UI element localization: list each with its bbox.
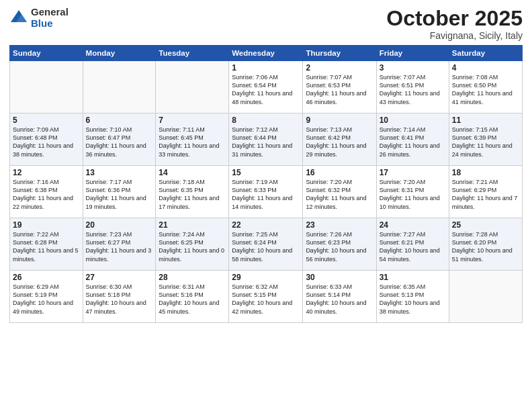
day-number: 1: [232, 63, 300, 73]
col-monday: Monday: [83, 46, 156, 61]
day-number: 2: [306, 63, 373, 73]
day-number: 14: [159, 168, 226, 177]
day-number: 26: [13, 273, 80, 282]
calendar-cell: 15Sunrise: 7:19 AM Sunset: 6:33 PM Dayli…: [229, 166, 303, 218]
day-info: Sunrise: 7:17 AM Sunset: 6:36 PM Dayligh…: [86, 178, 153, 211]
calendar-cell: 25Sunrise: 7:28 AM Sunset: 6:20 PM Dayli…: [449, 218, 522, 271]
day-info: Sunrise: 7:27 AM Sunset: 6:21 PM Dayligh…: [380, 230, 446, 263]
day-number: 11: [452, 116, 519, 125]
day-number: 6: [86, 116, 153, 125]
day-info: Sunrise: 7:07 AM Sunset: 6:53 PM Dayligh…: [306, 73, 373, 106]
col-friday: Friday: [376, 46, 449, 61]
day-info: Sunrise: 7:23 AM Sunset: 6:27 PM Dayligh…: [86, 230, 153, 263]
day-number: 12: [13, 168, 80, 177]
day-number: 19: [13, 220, 80, 230]
calendar-cell: 4Sunrise: 7:08 AM Sunset: 6:50 PM Daylig…: [449, 61, 522, 113]
day-info: Sunrise: 7:19 AM Sunset: 6:33 PM Dayligh…: [232, 178, 300, 211]
header: General Blue October 2025 Favignana, Sic…: [9, 7, 523, 41]
month-title: October 2025: [386, 7, 523, 30]
calendar-header-row: Sunday Monday Tuesday Wednesday Thursday…: [10, 46, 523, 61]
day-info: Sunrise: 7:28 AM Sunset: 6:20 PM Dayligh…: [452, 230, 519, 263]
day-info: Sunrise: 7:10 AM Sunset: 6:47 PM Dayligh…: [86, 126, 153, 158]
calendar-cell: 2Sunrise: 7:07 AM Sunset: 6:53 PM Daylig…: [303, 61, 376, 113]
col-saturday: Saturday: [449, 46, 522, 61]
calendar-week-row: 5Sunrise: 7:09 AM Sunset: 6:48 PM Daylig…: [10, 113, 523, 166]
calendar-cell: 24Sunrise: 7:27 AM Sunset: 6:21 PM Dayli…: [376, 218, 449, 271]
page: General Blue October 2025 Favignana, Sic…: [0, 0, 532, 411]
day-info: Sunrise: 6:30 AM Sunset: 5:18 PM Dayligh…: [86, 283, 153, 316]
calendar-cell: 1Sunrise: 7:06 AM Sunset: 6:54 PM Daylig…: [229, 61, 303, 113]
calendar-cell: 12Sunrise: 7:16 AM Sunset: 6:38 PM Dayli…: [10, 166, 83, 218]
calendar-cell: 7Sunrise: 7:11 AM Sunset: 6:45 PM Daylig…: [156, 113, 229, 166]
day-info: Sunrise: 7:20 AM Sunset: 6:32 PM Dayligh…: [306, 178, 373, 211]
calendar-cell: 9Sunrise: 7:13 AM Sunset: 6:42 PM Daylig…: [303, 113, 376, 166]
calendar-cell: 19Sunrise: 7:22 AM Sunset: 6:28 PM Dayli…: [10, 218, 83, 271]
calendar-cell: 5Sunrise: 7:09 AM Sunset: 6:48 PM Daylig…: [10, 113, 83, 166]
day-info: Sunrise: 6:31 AM Sunset: 5:16 PM Dayligh…: [159, 283, 226, 316]
day-info: Sunrise: 7:07 AM Sunset: 6:51 PM Dayligh…: [380, 73, 446, 106]
day-number: 18: [452, 168, 519, 177]
day-info: Sunrise: 6:32 AM Sunset: 5:15 PM Dayligh…: [232, 283, 300, 316]
day-info: Sunrise: 7:20 AM Sunset: 6:31 PM Dayligh…: [380, 178, 446, 211]
day-info: Sunrise: 7:14 AM Sunset: 6:41 PM Dayligh…: [380, 126, 446, 158]
calendar-week-row: 1Sunrise: 7:06 AM Sunset: 6:54 PM Daylig…: [10, 61, 523, 113]
day-number: 23: [306, 220, 373, 230]
calendar-cell: 30Sunrise: 6:33 AM Sunset: 5:14 PM Dayli…: [303, 271, 376, 323]
day-info: Sunrise: 6:33 AM Sunset: 5:14 PM Dayligh…: [306, 283, 373, 316]
calendar-cell: 20Sunrise: 7:23 AM Sunset: 6:27 PM Dayli…: [83, 218, 156, 271]
calendar-week-row: 19Sunrise: 7:22 AM Sunset: 6:28 PM Dayli…: [10, 218, 523, 271]
title-area: October 2025 Favignana, Sicily, Italy: [386, 7, 523, 41]
calendar-week-row: 12Sunrise: 7:16 AM Sunset: 6:38 PM Dayli…: [10, 166, 523, 218]
col-tuesday: Tuesday: [156, 46, 229, 61]
calendar-cell: 28Sunrise: 6:31 AM Sunset: 5:16 PM Dayli…: [156, 271, 229, 323]
calendar-cell: 22Sunrise: 7:25 AM Sunset: 6:24 PM Dayli…: [229, 218, 303, 271]
day-info: Sunrise: 6:35 AM Sunset: 5:13 PM Dayligh…: [380, 283, 446, 316]
day-number: 10: [380, 116, 446, 125]
day-number: 17: [380, 168, 446, 177]
day-number: 8: [232, 116, 300, 125]
day-info: Sunrise: 7:22 AM Sunset: 6:28 PM Dayligh…: [13, 230, 80, 263]
day-number: 25: [452, 220, 519, 230]
calendar-cell: 26Sunrise: 6:29 AM Sunset: 5:19 PM Dayli…: [10, 271, 83, 323]
calendar-cell: 3Sunrise: 7:07 AM Sunset: 6:51 PM Daylig…: [376, 61, 449, 113]
day-info: Sunrise: 7:15 AM Sunset: 6:39 PM Dayligh…: [452, 126, 519, 158]
calendar-cell: 31Sunrise: 6:35 AM Sunset: 5:13 PM Dayli…: [376, 271, 449, 323]
day-number: 28: [159, 273, 226, 282]
calendar-cell: 16Sunrise: 7:20 AM Sunset: 6:32 PM Dayli…: [303, 166, 376, 218]
calendar-cell: 11Sunrise: 7:15 AM Sunset: 6:39 PM Dayli…: [449, 113, 522, 166]
day-number: 22: [232, 220, 300, 230]
calendar-cell: 18Sunrise: 7:21 AM Sunset: 6:29 PM Dayli…: [449, 166, 522, 218]
calendar-cell: 29Sunrise: 6:32 AM Sunset: 5:15 PM Dayli…: [229, 271, 303, 323]
day-number: 29: [232, 273, 300, 282]
day-number: 16: [306, 168, 373, 177]
calendar-cell: 21Sunrise: 7:24 AM Sunset: 6:25 PM Dayli…: [156, 218, 229, 271]
day-number: 21: [159, 220, 226, 230]
calendar-cell: [10, 61, 83, 113]
calendar-cell: 27Sunrise: 6:30 AM Sunset: 5:18 PM Dayli…: [83, 271, 156, 323]
calendar-cell: 13Sunrise: 7:17 AM Sunset: 6:36 PM Dayli…: [83, 166, 156, 218]
location-subtitle: Favignana, Sicily, Italy: [386, 30, 523, 41]
day-number: 13: [86, 168, 153, 177]
logo-text: General Blue: [31, 7, 69, 29]
day-info: Sunrise: 7:25 AM Sunset: 6:24 PM Dayligh…: [232, 230, 300, 263]
day-number: 24: [380, 220, 446, 230]
day-info: Sunrise: 7:08 AM Sunset: 6:50 PM Dayligh…: [452, 73, 519, 106]
day-info: Sunrise: 7:12 AM Sunset: 6:44 PM Dayligh…: [232, 126, 300, 158]
day-info: Sunrise: 7:24 AM Sunset: 6:25 PM Dayligh…: [159, 230, 226, 263]
calendar-cell: 6Sunrise: 7:10 AM Sunset: 6:47 PM Daylig…: [83, 113, 156, 166]
day-number: 27: [86, 273, 153, 282]
day-info: Sunrise: 7:16 AM Sunset: 6:38 PM Dayligh…: [13, 178, 80, 211]
day-number: 15: [232, 168, 300, 177]
col-sunday: Sunday: [10, 46, 83, 61]
day-number: 3: [380, 63, 446, 73]
calendar-cell: [449, 271, 522, 323]
calendar-cell: 10Sunrise: 7:14 AM Sunset: 6:41 PM Dayli…: [376, 113, 449, 166]
day-number: 30: [306, 273, 373, 282]
day-number: 4: [452, 63, 519, 73]
day-info: Sunrise: 7:13 AM Sunset: 6:42 PM Dayligh…: [306, 126, 373, 158]
day-number: 7: [159, 116, 226, 125]
day-info: Sunrise: 7:09 AM Sunset: 6:48 PM Dayligh…: [13, 126, 80, 158]
day-info: Sunrise: 7:18 AM Sunset: 6:35 PM Dayligh…: [159, 178, 226, 211]
calendar-cell: [83, 61, 156, 113]
day-number: 20: [86, 220, 153, 230]
